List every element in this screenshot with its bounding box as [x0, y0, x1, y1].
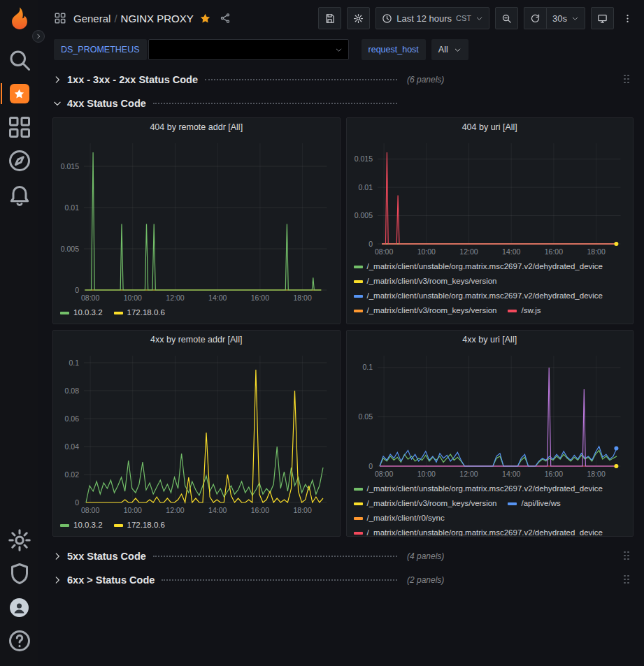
sidebar-item-server-admin[interactable] — [7, 562, 32, 586]
legend-item[interactable]: 172.18.0.6 — [114, 305, 165, 320]
svg-text:0.01: 0.01 — [358, 183, 373, 191]
row-drag-handle[interactable] — [624, 75, 631, 85]
dotted-leader — [153, 556, 397, 557]
main-area: General / NGINX PROXY Last 12 hours CST … — [38, 0, 644, 666]
panel-4xx-by-remote-addr: 4xx by remote addr [All]08:0010:0012:001… — [52, 330, 341, 537]
legend-item[interactable]: /_matrix/client/v3/room_keys/version — [354, 303, 497, 318]
dotted-leader — [153, 103, 397, 104]
row-title: 6xx > Status Code — [67, 574, 155, 586]
legend-item[interactable]: /_matrix/client/r0/sync — [354, 511, 445, 526]
legend-item[interactable]: /_matrix/client/unstable/org.matrix.msc2… — [354, 289, 603, 303]
svg-text:10:00: 10:00 — [417, 247, 435, 256]
panel-chart[interactable]: 08:0010:0012:0014:0016:0018:0000.0050.01… — [53, 136, 340, 305]
sidebar-expand-button[interactable] — [32, 30, 45, 43]
legend-item[interactable]: 10.0.3.2 — [60, 305, 103, 320]
legend-item[interactable]: /sw.js — [508, 303, 541, 318]
request-host-value-dropdown[interactable]: All — [431, 39, 468, 60]
refresh-button[interactable] — [524, 7, 546, 29]
datasource-value-dropdown[interactable] — [148, 39, 349, 60]
legend-item[interactable]: /_matrix/client/unstable/org.matrix.msc2… — [354, 526, 603, 536]
tv-mode-button[interactable] — [591, 7, 614, 29]
row-drag-handle[interactable] — [624, 551, 631, 562]
panel-chart[interactable]: 08:0010:0012:0014:0016:0018:0000.050.1 — [347, 349, 634, 482]
grafana-flame-icon — [6, 6, 33, 32]
gear-icon — [353, 13, 364, 24]
legend-item[interactable]: /_matrix/client/v3/room_keys/version — [354, 274, 497, 289]
svg-text:10:00: 10:00 — [124, 294, 142, 302]
request-host-variable-label[interactable]: request_host — [362, 39, 426, 60]
dashboard-row-4xx[interactable]: 4xx Status Code — [52, 94, 634, 113]
panel-chart[interactable]: 08:0010:0012:0014:0016:0018:0000.0050.01… — [347, 136, 634, 259]
svg-text:18:00: 18:00 — [587, 470, 605, 478]
share-icon[interactable] — [220, 13, 231, 24]
svg-text:16:00: 16:00 — [251, 506, 269, 514]
breadcrumb-dashboard-title[interactable]: NGINX PROXY — [121, 13, 194, 24]
monitor-icon — [597, 13, 608, 24]
time-range-label: Last 12 hours — [396, 13, 452, 24]
zoom-out-icon — [501, 13, 512, 24]
panel-legend: 10.0.3.2172.18.0.6 — [53, 518, 340, 536]
sidebar-item-starred[interactable] — [7, 82, 32, 106]
zoom-out-button[interactable] — [495, 7, 518, 29]
svg-text:0: 0 — [368, 462, 373, 470]
panel-grid: 404 by remote addr [All]08:0010:0012:001… — [52, 117, 634, 537]
svg-text:14:00: 14:00 — [502, 470, 520, 478]
legend-item[interactable]: /_matrix/client/v3/room_keys/version — [354, 496, 497, 511]
dotted-leader — [205, 79, 397, 80]
svg-text:12:00: 12:00 — [459, 470, 478, 478]
sidebar-item-explore[interactable] — [7, 149, 32, 173]
kebab-menu-button[interactable] — [620, 7, 636, 29]
svg-text:0.01: 0.01 — [65, 203, 80, 212]
legend-item[interactable]: 172.18.0.6 — [114, 518, 165, 533]
chevron-down-icon — [454, 46, 461, 54]
breadcrumb-separator: / — [114, 13, 117, 24]
save-dashboard-button[interactable] — [318, 7, 341, 29]
svg-text:12:00: 12:00 — [166, 294, 184, 302]
dashboard-row-5xx[interactable]: 5xx Status Code (4 panels) — [52, 546, 634, 566]
save-icon — [324, 13, 335, 24]
chevron-right-icon — [52, 75, 62, 85]
svg-text:08:00: 08:00 — [81, 506, 99, 514]
kebab-icon — [622, 13, 633, 24]
dashboard-row-1xx-3xx-2xx[interactable]: 1xx - 3xx - 2xx Status Code (6 panels) — [52, 70, 634, 89]
svg-text:10:00: 10:00 — [417, 470, 435, 478]
refresh-interval-picker[interactable]: 30s — [546, 7, 585, 29]
chevron-right-icon — [35, 33, 42, 40]
legend-item[interactable]: 10.0.3.2 — [60, 518, 103, 533]
dashboard-row-6xx[interactable]: 6xx > Status Code (2 panels) — [52, 570, 634, 590]
panel-title[interactable]: 4xx by remote addr [All] — [53, 331, 340, 349]
sidebar-item-profile[interactable] — [7, 595, 32, 619]
dashboard-settings-button[interactable] — [347, 7, 370, 29]
legend-item[interactable]: /_matrix/client/unstable/org.matrix.msc2… — [354, 482, 603, 496]
svg-text:0.04: 0.04 — [65, 442, 80, 451]
legend-item[interactable]: /_matrix/client/unstable/org.matrix.msc2… — [354, 259, 603, 274]
compass-icon — [7, 148, 32, 173]
panel-title[interactable]: 4xx by uri [All] — [347, 331, 634, 349]
sidebar-item-help[interactable] — [7, 629, 32, 653]
chevron-down-icon — [571, 15, 579, 22]
svg-text:0.02: 0.02 — [65, 470, 80, 479]
datasource-variable-label[interactable]: DS_PROMETHEUS — [54, 39, 147, 60]
svg-text:12:00: 12:00 — [166, 506, 184, 514]
sidebar-item-configuration[interactable] — [7, 528, 32, 552]
sidebar-item-alerting[interactable] — [7, 182, 32, 206]
svg-text:18:00: 18:00 — [293, 294, 311, 302]
favorite-star-icon[interactable] — [199, 13, 211, 24]
svg-text:0: 0 — [75, 286, 79, 294]
svg-text:0.015: 0.015 — [61, 162, 79, 171]
grafana-app: General / NGINX PROXY Last 12 hours CST … — [0, 0, 644, 666]
grafana-logo[interactable] — [6, 6, 33, 32]
panel-title[interactable]: 404 by remote addr [All] — [53, 118, 340, 136]
panel-legend: /_matrix/client/unstable/org.matrix.msc2… — [347, 259, 634, 324]
legend-item[interactable]: /api/live/ws — [508, 496, 560, 511]
sidebar-item-dashboards[interactable] — [7, 115, 32, 139]
sidebar-item-search[interactable] — [7, 48, 32, 72]
breadcrumb-section[interactable]: General — [73, 13, 110, 24]
time-range-picker[interactable]: Last 12 hours CST — [375, 7, 489, 29]
row-drag-handle[interactable] — [624, 575, 631, 586]
svg-text:0: 0 — [368, 240, 373, 248]
svg-text:0.1: 0.1 — [362, 363, 373, 371]
panel-chart[interactable]: 08:0010:0012:0014:0016:0018:0000.020.040… — [53, 349, 340, 518]
panel-title[interactable]: 404 by uri [All] — [347, 118, 634, 136]
row-title: 4xx Status Code — [67, 98, 146, 109]
